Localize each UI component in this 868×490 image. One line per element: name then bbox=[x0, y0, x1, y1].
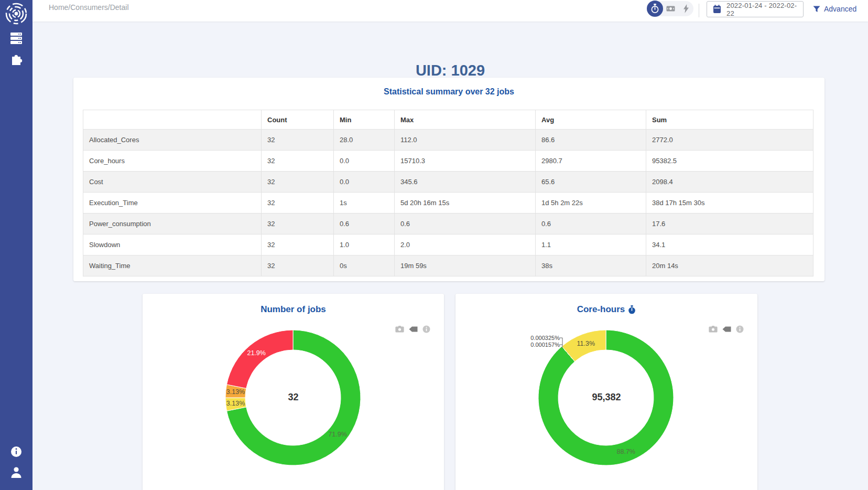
chart-modebar bbox=[395, 325, 430, 333]
sidebar-item-user[interactable] bbox=[0, 466, 32, 478]
sidebar-item-about[interactable] bbox=[0, 446, 32, 457]
table-cell: 1s bbox=[334, 193, 395, 214]
advanced-label: Advanced bbox=[824, 5, 856, 13]
column-header: Count bbox=[262, 110, 334, 130]
sidebar-item-servers[interactable] bbox=[0, 33, 32, 44]
calendar-icon bbox=[713, 5, 721, 14]
table-row: Core_hours 32 0.0 15710.3 2980.7 95382.5 bbox=[83, 151, 813, 172]
table-cell: 32 bbox=[262, 172, 334, 193]
row-label: Allocated_Cores bbox=[83, 130, 262, 151]
slice-percent-label: 88.7% bbox=[617, 448, 635, 455]
row-label: Power_consumption bbox=[83, 214, 262, 235]
column-header: Avg bbox=[536, 110, 646, 130]
stopwatch-icon bbox=[628, 305, 636, 314]
toggle-duration-button[interactable] bbox=[647, 1, 663, 17]
date-range-input[interactable]: 2022-01-24 - 2022-02-22 bbox=[707, 1, 804, 17]
table-cell: 112.0 bbox=[395, 130, 536, 151]
column-header bbox=[83, 110, 262, 130]
jobs-chart-card: Number of jobs 71.9 bbox=[143, 294, 444, 490]
summary-title: Statistical summary over 32 jobs bbox=[73, 78, 824, 97]
donut-center-value: 32 bbox=[143, 392, 444, 403]
table-cell: 28.0 bbox=[334, 130, 395, 151]
row-label: Execution_Time bbox=[83, 193, 262, 214]
lightning-icon bbox=[683, 4, 689, 13]
advanced-button[interactable]: Advanced bbox=[813, 5, 868, 13]
table-cell: 0.6 bbox=[395, 214, 536, 235]
slice-percent-label: 71.9% bbox=[328, 431, 346, 438]
info-icon[interactable] bbox=[422, 325, 430, 333]
row-label: Cost bbox=[83, 172, 262, 193]
table-cell: 38d 17h 15m 30s bbox=[646, 193, 813, 214]
breadcrumb[interactable]: Home/Consumers/Detail bbox=[49, 3, 129, 12]
chart-title: Number of jobs bbox=[143, 294, 444, 315]
topbar-divider bbox=[699, 4, 699, 17]
leader-line bbox=[560, 337, 565, 349]
table-cell: 32 bbox=[262, 151, 334, 172]
screen: Home/Consumers/Detail bbox=[0, 0, 868, 490]
table-cell: 32 bbox=[262, 130, 334, 151]
table-cell: 86.6 bbox=[536, 130, 646, 151]
table-row: Waiting_Time 32 0s 19m 59s 38s 20m 14s bbox=[83, 255, 813, 276]
table-cell: 95382.5 bbox=[646, 151, 813, 172]
eraser-icon[interactable] bbox=[409, 326, 418, 332]
table-cell: 65.6 bbox=[536, 172, 646, 193]
donut-slice[interactable] bbox=[226, 330, 293, 388]
table-cell: 32 bbox=[262, 214, 334, 235]
sidebar-item-plugins[interactable] bbox=[0, 52, 32, 65]
chart-modebar bbox=[709, 325, 744, 333]
table-cell: 38s bbox=[536, 255, 646, 276]
table-cell: 1.0 bbox=[334, 235, 395, 255]
user-icon bbox=[10, 466, 23, 478]
table-cell: 0.0 bbox=[334, 151, 395, 172]
servers-icon bbox=[10, 33, 23, 44]
table-cell: 32 bbox=[262, 235, 334, 255]
table-cell: 0.6 bbox=[334, 214, 395, 235]
camera-icon[interactable] bbox=[395, 326, 404, 333]
toggle-cost-button[interactable] bbox=[663, 1, 678, 16]
slice-percent-label: 21.9% bbox=[247, 349, 265, 357]
table-cell: 20m 14s bbox=[646, 255, 813, 276]
chart-title-text: Number of jobs bbox=[261, 304, 326, 315]
logo-icon bbox=[5, 2, 28, 25]
toggle-energy-button[interactable] bbox=[678, 1, 693, 16]
chart-title-text: Core-hours bbox=[577, 304, 625, 315]
app-logo[interactable] bbox=[0, 2, 32, 25]
table-row: Allocated_Cores 32 28.0 112.0 86.6 2772.… bbox=[83, 130, 813, 151]
table-cell: 2980.7 bbox=[536, 151, 646, 172]
row-label: Core_hours bbox=[83, 151, 262, 172]
donut-center-value: 95,382 bbox=[455, 392, 757, 403]
eraser-icon[interactable] bbox=[722, 326, 731, 332]
filter-icon bbox=[813, 6, 820, 13]
table-cell: 2772.0 bbox=[646, 130, 813, 151]
tiny-slice-label: 0.000325% bbox=[513, 335, 560, 342]
table-header-row: Count Min Max Avg Sum bbox=[83, 110, 813, 130]
table-cell: 345.6 bbox=[395, 172, 536, 193]
table-cell: 2.0 bbox=[395, 235, 536, 255]
table-cell: 17.6 bbox=[646, 214, 813, 235]
topbar: Home/Consumers/Detail bbox=[32, 0, 868, 22]
table-row: Power_consumption 32 0.6 0.6 0.6 17.6 bbox=[83, 214, 813, 235]
table-cell: 0.6 bbox=[536, 214, 646, 235]
info-icon[interactable] bbox=[736, 325, 744, 333]
table-cell: 0.0 bbox=[334, 172, 395, 193]
summary-table: Count Min Max Avg Sum Allocated_Cores 32… bbox=[83, 110, 813, 276]
view-toggle-group bbox=[647, 1, 693, 16]
row-label: Slowdown bbox=[83, 235, 262, 255]
table-cell: 19m 59s bbox=[395, 255, 536, 276]
column-header: Sum bbox=[646, 110, 813, 130]
table-cell: 0s bbox=[334, 255, 395, 276]
tiny-slice-labels: 0.000325% 0.000157% bbox=[513, 335, 560, 348]
table-cell: 2098.4 bbox=[646, 172, 813, 193]
page-title: UID: 1029 bbox=[32, 62, 868, 79]
stopwatch-icon bbox=[650, 4, 659, 14]
column-header: Min bbox=[334, 110, 395, 130]
table-cell: 32 bbox=[262, 255, 334, 276]
camera-icon[interactable] bbox=[709, 326, 718, 333]
info-icon bbox=[10, 446, 22, 457]
chart-title: Core-hours bbox=[455, 294, 757, 315]
banknote-icon bbox=[666, 6, 675, 12]
tiny-slice-label: 0.000157% bbox=[513, 342, 560, 348]
table-cell: 34.1 bbox=[646, 235, 813, 255]
table-cell: 32 bbox=[262, 193, 334, 214]
table-cell: 1.1 bbox=[536, 235, 646, 255]
